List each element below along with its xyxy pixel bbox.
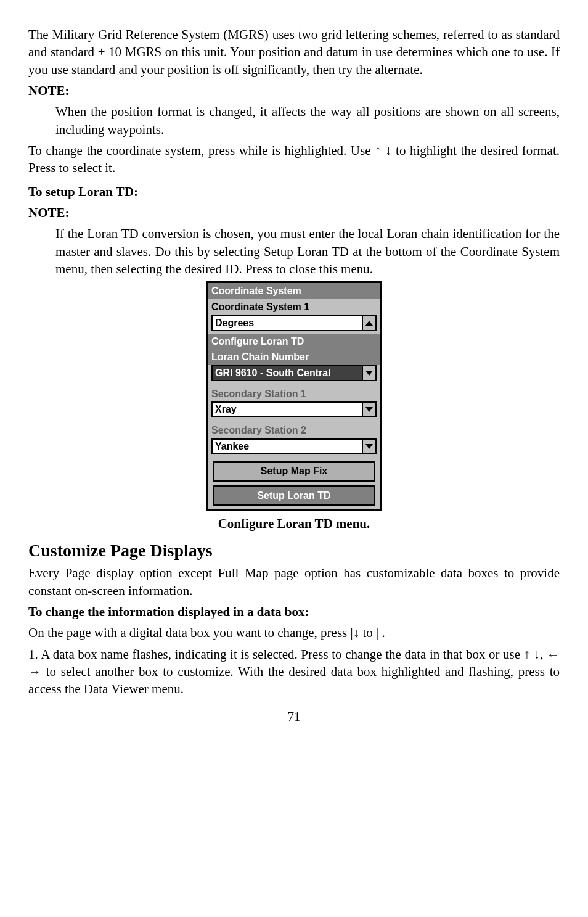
degrees-combo[interactable]: Degrees [211, 315, 377, 331]
configure-loran-header: Configure Loran TD [208, 334, 380, 350]
device-subtitle: Coordinate System 1 [208, 299, 380, 315]
secondary-station-1-combo[interactable]: Xray [211, 401, 377, 417]
note-label-1: NOTE: [28, 82, 560, 99]
paragraph-customize-intro: Every Page display option except Full Ma… [28, 564, 560, 599]
paragraph-change-step1: 1. A data box name flashes, indicating i… [28, 646, 560, 698]
text: while [239, 143, 272, 158]
figure-caption: Configure Loran TD menu. [28, 515, 560, 532]
degrees-value: Degrees [213, 316, 362, 330]
text: To change the coordinate system, press [28, 143, 239, 158]
secondary-station-2-combo[interactable]: Yankee [211, 438, 377, 454]
secondary-station-2-label: Secondary Station 2 [208, 420, 380, 438]
text: | [376, 625, 378, 640]
subheading-change-info: To change the information displayed in a… [28, 603, 560, 620]
chevron-down-icon[interactable] [362, 440, 375, 453]
note-body-1: When the position format is changed, it … [55, 103, 560, 138]
loran-chain-value: GRI 9610 - South Central [213, 366, 362, 380]
chevron-down-icon[interactable] [362, 366, 375, 380]
page-number: 71 [28, 708, 560, 725]
secondary-station-1-label: Secondary Station 1 [208, 384, 380, 402]
chevron-down-icon[interactable] [362, 403, 375, 416]
device-titlebar: Coordinate System [208, 283, 380, 299]
setup-loran-td-button[interactable]: Setup Loran TD [213, 485, 375, 506]
paragraph-mgrs: The Military Grid Reference System (MGRS… [28, 26, 560, 78]
text: |↓ to [351, 625, 377, 640]
text: to select it. [59, 160, 116, 175]
text: 1. A data box name flashes, indicating i… [28, 647, 332, 662]
setup-map-fix-button[interactable]: Setup Map Fix [213, 461, 375, 482]
scroll-up-icon[interactable] [362, 316, 375, 330]
device-screenshot: Coordinate System Coordinate System 1 De… [206, 281, 382, 511]
secondary-station-2-value: Yankee [213, 440, 362, 453]
note-body-2: If the Loran TD conversion is chosen, yo… [55, 225, 560, 278]
text: On the page with a digital data box you … [28, 625, 351, 640]
loran-chain-label: Loran Chain Number [208, 349, 380, 365]
text: to close this menu. [276, 261, 373, 276]
text: . [382, 625, 385, 640]
paragraph-change-step0: On the page with a digital data box you … [28, 624, 560, 641]
setup-loran-heading: To setup Loran TD: [28, 183, 560, 200]
loran-chain-combo[interactable]: GRI 9610 - South Central [211, 365, 377, 381]
note-label-2: NOTE: [28, 204, 560, 221]
customize-page-displays-heading: Customize Page Displays [28, 539, 560, 562]
secondary-station-1-value: Xray [213, 403, 362, 416]
paragraph-change-coord: To change the coordinate system, press w… [28, 142, 560, 177]
